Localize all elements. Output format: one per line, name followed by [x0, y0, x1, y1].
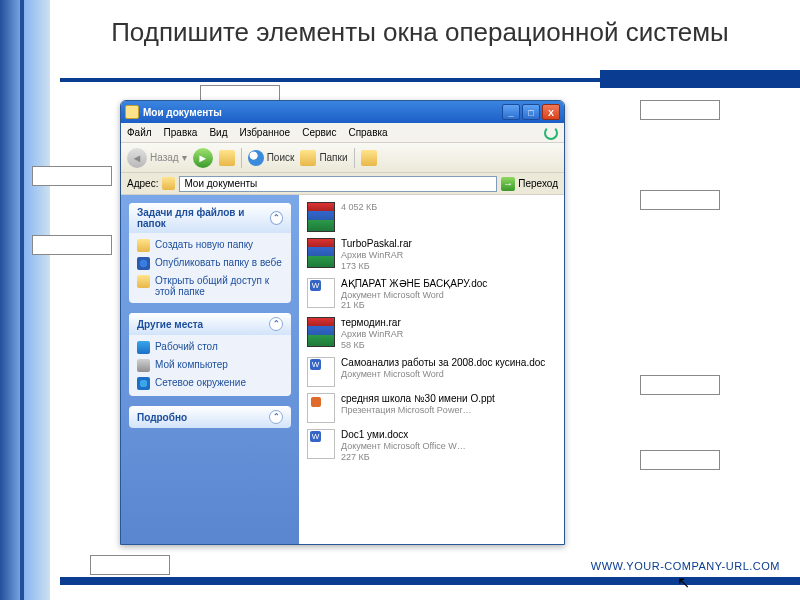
separator [241, 148, 242, 168]
pi-comp-icon [137, 359, 150, 372]
file-type: Документ Microsoft Word [341, 290, 487, 301]
callout-box [32, 235, 112, 255]
titlebar[interactable]: Мои документы _ □ X [121, 101, 564, 123]
sidebar-link-label: Сетевое окружение [155, 377, 246, 388]
sidebar-panel: Другие места⌃Рабочий столМой компьютерСе… [129, 313, 291, 396]
file-size: 21 КБ [341, 300, 487, 311]
file-name: TurboPaskal.rar [341, 238, 412, 250]
menu-view[interactable]: Вид [209, 127, 227, 138]
callout-box [32, 166, 112, 186]
doc-file-icon [307, 429, 335, 459]
throbber-icon [544, 126, 558, 140]
pi-share-icon [137, 275, 150, 288]
cursor-icon: ↖ [677, 573, 690, 592]
file-info: АҚПАРАТ ЖӘНЕ БАСҚАРУ.docДокумент Microso… [341, 278, 487, 312]
panel-title: Другие места [137, 319, 203, 330]
panel-title: Подробно [137, 412, 187, 423]
file-item[interactable]: Doc1 уми.docxДокумент Microsoft Office W… [303, 426, 560, 466]
folders-icon [300, 150, 316, 166]
file-item[interactable]: Самоанализ работы за 2008.doc кусина.doc… [303, 354, 560, 390]
file-item[interactable]: термодин.rarАрхив WinRAR58 КБ [303, 314, 560, 354]
file-list: 4 052 КБTurboPaskal.rarАрхив WinRAR173 К… [299, 195, 564, 544]
sidebar-link[interactable]: Опубликовать папку в вебе [137, 257, 283, 270]
file-item[interactable]: АҚПАРАТ ЖӘНЕ БАСҚАРУ.docДокумент Microso… [303, 275, 560, 315]
menu-file[interactable]: Файл [127, 127, 152, 138]
file-type: Архив WinRAR [341, 250, 412, 261]
panel-title: Задачи для файлов и папок [137, 207, 270, 229]
close-button[interactable]: X [542, 104, 560, 120]
doc-file-icon [307, 278, 335, 308]
menu-edit[interactable]: Правка [164, 127, 198, 138]
back-icon: ◄ [127, 148, 147, 168]
sidebar-link-label: Создать новую папку [155, 239, 253, 250]
maximize-button[interactable]: □ [522, 104, 540, 120]
address-folder-icon [162, 177, 175, 190]
file-size: 227 КБ [341, 452, 466, 463]
sidebar-panel: Подробно⌃ [129, 406, 291, 428]
sidebar-link[interactable]: Рабочий стол [137, 341, 283, 354]
sidebar-link[interactable]: Создать новую папку [137, 239, 283, 252]
search-label: Поиск [267, 152, 295, 163]
file-size: 4 052 КБ [341, 202, 377, 213]
back-button[interactable]: ◄ Назад ▾ [127, 148, 187, 168]
sidebar-link-label: Открыть общий доступ к этой папке [155, 275, 283, 297]
slide: Подпишите элементы окна операционной сис… [0, 0, 800, 600]
file-info: Doc1 уми.docxДокумент Microsoft Office W… [341, 429, 466, 463]
window-body: Задачи для файлов и папок⌃Создать новую … [121, 195, 564, 544]
slide-title: Подпишите элементы окна операционной сис… [80, 18, 760, 48]
tasks-sidebar: Задачи для файлов и папок⌃Создать новую … [121, 195, 299, 544]
chevron-icon[interactable]: ⌃ [269, 317, 283, 331]
search-button[interactable]: Поиск [248, 150, 295, 166]
callout-box [640, 190, 720, 210]
panel-header[interactable]: Подробно⌃ [129, 406, 291, 428]
address-bar: Адрес: → Переход [121, 173, 564, 195]
file-item[interactable]: TurboPaskal.rarАрхив WinRAR173 КБ [303, 235, 560, 275]
sidebar-link[interactable]: Открыть общий доступ к этой папке [137, 275, 283, 297]
separator [354, 148, 355, 168]
up-button[interactable] [219, 150, 235, 166]
chevron-icon[interactable]: ⌃ [269, 410, 283, 424]
folders-button[interactable]: Папки [300, 150, 347, 166]
toolbar: ◄ Назад ▾ ► Поиск Папки [121, 143, 564, 173]
file-type: Презентация Microsoft Power… [341, 405, 495, 416]
forward-button[interactable]: ► [193, 148, 213, 168]
folder-icon [125, 105, 139, 119]
address-label: Адрес: [127, 178, 158, 189]
file-info: средняя школа №30 имени О.pptПрезентация… [341, 393, 495, 416]
go-button[interactable]: → Переход [501, 177, 558, 191]
sidebar-link-label: Опубликовать папку в вебе [155, 257, 282, 268]
menubar: Файл Правка Вид Избранное Сервис Справка [121, 123, 564, 143]
callout-box [640, 450, 720, 470]
doc-file-icon [307, 357, 335, 387]
address-input[interactable] [179, 176, 497, 192]
go-arrow-icon: → [501, 177, 515, 191]
rar-file-icon [307, 202, 335, 232]
sidebar-link[interactable]: Мой компьютер [137, 359, 283, 372]
menu-tools[interactable]: Сервис [302, 127, 336, 138]
minimize-button[interactable]: _ [502, 104, 520, 120]
panel-body: Создать новую папкуОпубликовать папку в … [129, 233, 291, 303]
views-button[interactable] [361, 150, 377, 166]
panel-header[interactable]: Другие места⌃ [129, 313, 291, 335]
file-item[interactable]: средняя школа №30 имени О.pptПрезентация… [303, 390, 560, 426]
folders-label: Папки [319, 152, 347, 163]
left-decoration [0, 0, 50, 600]
file-name: средняя школа №30 имени О.ppt [341, 393, 495, 405]
rar-file-icon [307, 238, 335, 268]
menu-help[interactable]: Справка [348, 127, 387, 138]
sidebar-link-label: Рабочий стол [155, 341, 218, 352]
file-type: Документ Microsoft Word [341, 369, 545, 380]
chevron-icon[interactable]: ⌃ [270, 211, 283, 225]
file-info: TurboPaskal.rarАрхив WinRAR173 КБ [341, 238, 412, 272]
panel-header[interactable]: Задачи для файлов и папок⌃ [129, 203, 291, 233]
pi-pub-icon [137, 257, 150, 270]
file-size: 173 КБ [341, 261, 412, 272]
window-controls: _ □ X [502, 104, 560, 120]
file-info: термодин.rarАрхив WinRAR58 КБ [341, 317, 403, 351]
sidebar-link[interactable]: Сетевое окружение [137, 377, 283, 390]
file-name: Самоанализ работы за 2008.doc кусина.doc [341, 357, 545, 369]
back-label: Назад [150, 152, 179, 163]
menu-favorites[interactable]: Избранное [239, 127, 290, 138]
file-item[interactable]: 4 052 КБ [303, 199, 560, 235]
panel-body: Рабочий столМой компьютерСетевое окружен… [129, 335, 291, 396]
